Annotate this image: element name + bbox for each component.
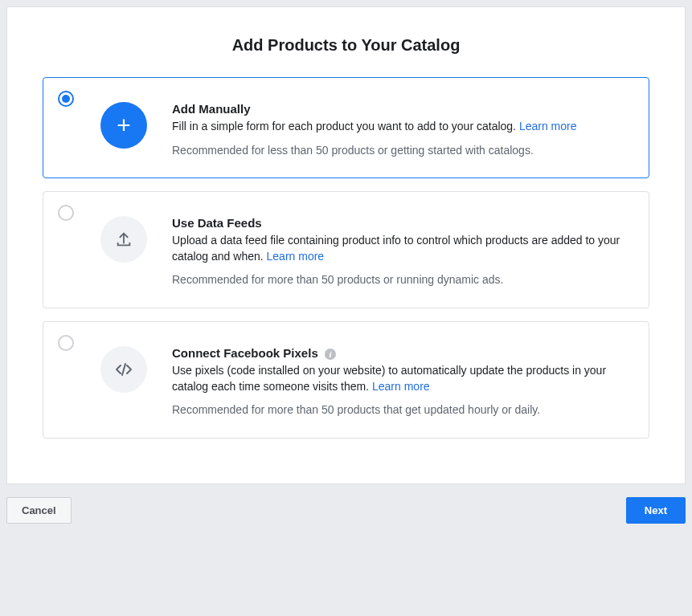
option-text: Add Manually Fill in a simple form for e…: [172, 89, 634, 158]
radio-col: [58, 89, 76, 109]
cancel-button[interactable]: Cancel: [6, 497, 72, 524]
upload-icon: [100, 216, 147, 263]
option-title: Add Manually: [172, 102, 634, 116]
option-description: Fill in a simple form for each product y…: [172, 119, 634, 135]
option-description: Use pixels (code installed on your websi…: [172, 363, 634, 394]
radio-col: [58, 203, 76, 223]
option-title-text: Connect Facebook Pixels: [172, 346, 318, 360]
page-title: Add Products to Your Catalog: [43, 36, 649, 55]
plus-icon: +: [100, 102, 147, 149]
option-text: Connect Facebook Pixels i Use pixels (co…: [172, 333, 634, 418]
radio-col: [58, 333, 76, 353]
icon-col: [76, 333, 172, 393]
radio-button[interactable]: [58, 335, 74, 351]
learn-more-link[interactable]: Learn more: [372, 380, 430, 393]
option-recommendation: Recommended for more than 50 products th…: [172, 402, 634, 418]
option-description: Upload a data feed file containing produ…: [172, 233, 634, 264]
info-icon[interactable]: i: [325, 349, 336, 360]
learn-more-link[interactable]: Learn more: [519, 120, 577, 133]
option-recommendation: Recommended for less than 50 products or…: [172, 143, 634, 159]
catalog-add-panel: Add Products to Your Catalog + Add Manua…: [6, 6, 686, 484]
option-title: Connect Facebook Pixels i: [172, 346, 634, 360]
learn-more-link[interactable]: Learn more: [267, 250, 325, 263]
option-recommendation: Recommended for more than 50 products or…: [172, 272, 634, 288]
radio-button[interactable]: [58, 91, 74, 107]
icon-col: [76, 203, 172, 263]
next-button[interactable]: Next: [626, 497, 686, 524]
option-description-text: Upload a data feed file containing produ…: [172, 234, 620, 263]
footer-actions: Cancel Next: [6, 497, 686, 524]
option-title: Use Data Feeds: [172, 216, 634, 230]
option-description-text: Fill in a simple form for each product y…: [172, 120, 516, 133]
icon-col: +: [76, 89, 172, 149]
radio-button[interactable]: [58, 205, 74, 221]
option-add-manually[interactable]: + Add Manually Fill in a simple form for…: [43, 77, 649, 178]
svg-line-0: [122, 364, 125, 375]
option-data-feeds[interactable]: Use Data Feeds Upload a data feed file c…: [43, 191, 649, 308]
option-text: Use Data Feeds Upload a data feed file c…: [172, 203, 634, 288]
option-connect-pixels[interactable]: Connect Facebook Pixels i Use pixels (co…: [43, 321, 649, 439]
code-icon: [100, 346, 147, 393]
